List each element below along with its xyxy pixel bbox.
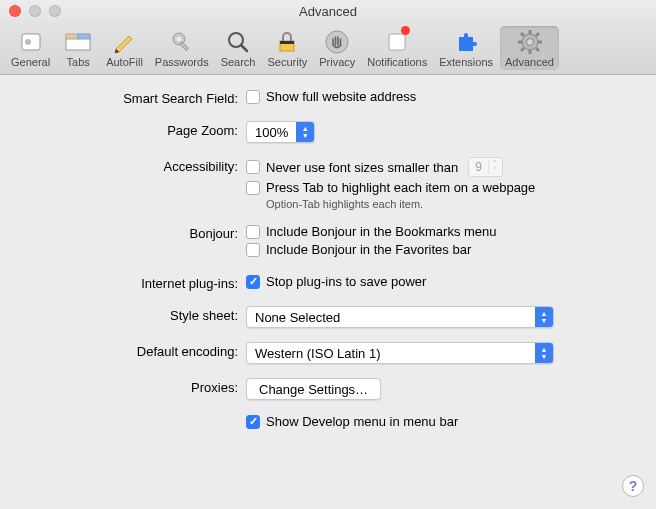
bonjour-label: Bonjour: — [20, 224, 246, 241]
show-full-address-checkbox[interactable] — [246, 90, 260, 104]
svg-line-21 — [536, 48, 539, 51]
never-font-smaller-label: Never use font sizes smaller than — [266, 160, 458, 175]
gear-icon — [515, 28, 545, 56]
tab-privacy[interactable]: Privacy — [314, 26, 360, 70]
tab-label: Notifications — [367, 56, 427, 68]
tabs-icon — [63, 28, 93, 56]
stylesheet-value: None Selected — [247, 310, 348, 325]
min-font-size-stepper[interactable]: 9 ˄˅ — [468, 157, 503, 177]
tab-label: Privacy — [319, 56, 355, 68]
page-zoom-label: Page Zoom: — [20, 121, 246, 138]
switch-icon — [16, 28, 46, 56]
tab-label: Passwords — [155, 56, 209, 68]
svg-line-9 — [241, 45, 247, 51]
tab-notifications[interactable]: Notifications — [362, 26, 432, 70]
change-settings-button[interactable]: Change Settings… — [246, 378, 381, 400]
show-develop-menu-checkbox[interactable] — [246, 415, 260, 429]
encoding-label: Default encoding: — [20, 342, 246, 359]
preferences-toolbar: General Tabs AutoFill Passwords Search S… — [0, 22, 656, 75]
svg-rect-4 — [78, 34, 90, 39]
magnifier-icon — [223, 28, 253, 56]
content: Smart Search Field: Show full website ad… — [0, 75, 656, 453]
tab-passwords[interactable]: Passwords — [150, 26, 214, 70]
tab-label: AutoFill — [106, 56, 143, 68]
tab-security[interactable]: Security — [262, 26, 312, 70]
stepper-arrows-icon: ▲▼ — [535, 343, 553, 363]
min-font-size-value: 9 — [469, 160, 488, 174]
stylesheet-label: Style sheet: — [20, 306, 246, 323]
svg-point-6 — [176, 37, 181, 42]
svg-point-12 — [326, 31, 348, 53]
tab-advanced[interactable]: Advanced — [500, 26, 559, 70]
window-title: Advanced — [0, 4, 656, 19]
tab-general[interactable]: General — [6, 26, 55, 70]
press-tab-label: Press Tab to highlight each item on a we… — [266, 180, 535, 195]
stop-plugins-checkbox[interactable] — [246, 275, 260, 289]
tab-label: Extensions — [439, 56, 493, 68]
page-zoom-value: 100% — [247, 125, 296, 140]
stepper-arrows-icon: ▲▼ — [296, 122, 314, 142]
never-font-smaller-checkbox[interactable] — [246, 160, 260, 174]
svg-rect-3 — [66, 34, 78, 39]
smart-search-label: Smart Search Field: — [20, 89, 246, 106]
stop-plugins-label: Stop plug-ins to save power — [266, 274, 426, 289]
svg-rect-2 — [66, 38, 90, 50]
show-full-address-label: Show full website address — [266, 89, 416, 104]
notification-icon — [382, 28, 412, 56]
tab-label: Advanced — [505, 56, 554, 68]
lock-icon — [272, 28, 302, 56]
proxies-label: Proxies: — [20, 378, 246, 395]
puzzle-icon — [451, 28, 481, 56]
stepper-arrows-icon: ▲▼ — [535, 307, 553, 327]
tab-search[interactable]: Search — [216, 26, 261, 70]
tab-label: Tabs — [67, 56, 90, 68]
bonjour-bookmarks-checkbox[interactable] — [246, 225, 260, 239]
key-icon — [167, 28, 197, 56]
tab-autofill[interactable]: AutoFill — [101, 26, 148, 70]
encoding-value: Western (ISO Latin 1) — [247, 346, 388, 361]
svg-point-1 — [25, 39, 31, 45]
show-develop-menu-label: Show Develop menu in menu bar — [266, 414, 458, 429]
chevron-updown-icon: ˄˅ — [488, 160, 502, 174]
svg-line-20 — [521, 33, 524, 36]
tab-label: Security — [267, 56, 307, 68]
encoding-select[interactable]: Western (ISO Latin 1) ▲▼ — [246, 342, 554, 364]
bonjour-favorites-checkbox[interactable] — [246, 243, 260, 257]
svg-rect-11 — [280, 41, 294, 44]
svg-point-15 — [526, 39, 533, 46]
tab-extensions[interactable]: Extensions — [434, 26, 498, 70]
help-button[interactable]: ? — [622, 475, 644, 497]
page-zoom-select[interactable]: 100% ▲▼ — [246, 121, 315, 143]
plugins-label: Internet plug-ins: — [20, 274, 246, 291]
press-tab-checkbox[interactable] — [246, 181, 260, 195]
bonjour-bookmarks-label: Include Bonjour in the Bookmarks menu — [266, 224, 497, 239]
tab-tabs[interactable]: Tabs — [57, 26, 99, 70]
hand-icon — [322, 28, 352, 56]
pencil-icon — [109, 28, 139, 56]
tab-label: General — [11, 56, 50, 68]
titlebar: Advanced — [0, 0, 656, 22]
tab-label: Search — [221, 56, 256, 68]
svg-rect-13 — [389, 34, 405, 50]
stylesheet-select[interactable]: None Selected ▲▼ — [246, 306, 554, 328]
svg-line-23 — [521, 48, 524, 51]
accessibility-label: Accessibility: — [20, 157, 246, 174]
accessibility-hint: Option-Tab highlights each item. — [266, 198, 636, 210]
svg-rect-7 — [180, 42, 188, 50]
bonjour-favorites-label: Include Bonjour in the Favorites bar — [266, 242, 471, 257]
svg-line-22 — [536, 33, 539, 36]
